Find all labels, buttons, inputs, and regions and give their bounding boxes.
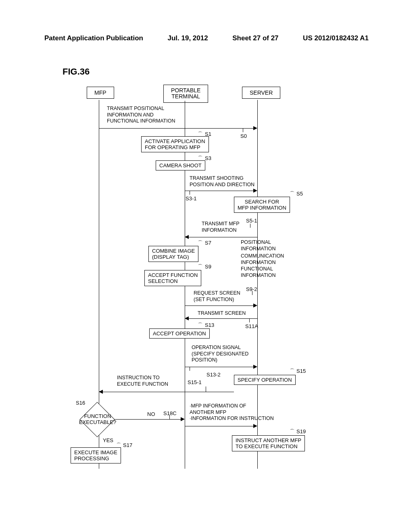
decision-text-s16: FUNCTION EXECUTABLE? — [77, 413, 118, 425]
arrow-transmit-pos — [99, 128, 253, 129]
header-mfp: MFP — [87, 87, 114, 99]
label-transmit-mfp: TRANSMIT MFP INFORMATION — [202, 221, 240, 233]
curve-s5: ⌒ — [290, 190, 295, 197]
box-accept-op: ACCEPT OPERATION — [149, 328, 210, 339]
arrowhead-mfp-info-another — [253, 424, 257, 428]
step-s3: S3 — [205, 155, 211, 161]
tick-s5-1 — [250, 224, 250, 228]
figure-label: FIG.36 — [63, 66, 90, 77]
arrowhead-transmit-screen — [185, 316, 189, 320]
step-s5-1: S5-1 — [246, 218, 257, 224]
arrow-transmit-mfp — [189, 237, 257, 237]
label-transmit-pos: TRANSMIT POSITIONAL INFORMATION AND FUNC… — [107, 106, 175, 125]
step-s13: S13 — [205, 322, 214, 328]
tick-s9-2 — [252, 291, 252, 295]
arrow-transmit-shoot — [185, 191, 253, 191]
step-s11a: S11A — [245, 323, 258, 329]
step-s5: S5 — [296, 191, 303, 197]
sequence-diagram: MFP PORTABLE TERMINAL SERVER TRANSMIT PO… — [69, 85, 343, 472]
step-s9: S9 — [205, 264, 211, 270]
label-instruction-exec: INSTRUCTION TO EXECUTE FUNCTION — [117, 375, 168, 387]
header-server: SERVER — [242, 87, 280, 99]
step-s3-1: S3-1 — [186, 195, 196, 202]
box-camera-shoot: CAMERA SHOOT — [156, 160, 205, 170]
tick-s13-2 — [190, 367, 190, 371]
step-s0: S0 — [240, 133, 247, 139]
curve-s9: ⌒ — [198, 263, 203, 270]
tick-s11a — [249, 318, 250, 322]
label-op-signal: OPERATION SIGNAL (SPECIFY DESIGNATED POS… — [192, 345, 248, 364]
step-s17: S17 — [123, 442, 132, 448]
arrowhead-no-branch — [181, 417, 185, 421]
step-no: NO — [147, 411, 155, 417]
curve-s15: ⌒ — [290, 368, 295, 375]
header-sheet: Sheet 27 of 27 — [232, 34, 278, 42]
box-activate-app: ACTIVATE APPLICATION FOR OPERATING MFP — [141, 136, 209, 152]
curve-s19: ⌒ — [290, 428, 295, 435]
header-pubno: US 2012/0182432 A1 — [303, 34, 369, 42]
tick-s18c — [169, 415, 170, 419]
step-s18c: S18C — [163, 410, 177, 416]
arrowhead-op-signal — [253, 365, 257, 369]
tick-s3-1 — [190, 191, 190, 195]
label-transmit-screen: TRANSMIT SCREEN — [198, 310, 246, 317]
step-s13-2: S13-2 — [206, 372, 221, 378]
tick-s0 — [243, 128, 243, 132]
arrowhead-request-screen — [253, 303, 257, 308]
box-specify-op: SPECIFY OPERATION — [234, 375, 296, 385]
page-header: Patent Application Publication Jul. 19, … — [0, 34, 413, 42]
step-s16: S16 — [76, 400, 85, 406]
step-s9-2: S9-2 — [246, 286, 257, 292]
curve-s13: ⌒ — [198, 322, 203, 329]
arrow-request-screen — [185, 305, 253, 306]
label-transmit-shoot: TRANSMIT SHOOTING POSITION AND DIRECTION — [190, 175, 254, 188]
label-mfp-info-another: ·MFP INFORMATION OF ANOTHER MFP ·INFORMA… — [190, 403, 274, 422]
box-instruct-another: INSTRUCT ANOTHER MFP TO EXECUTE FUNCTION — [232, 435, 305, 451]
label-func-info: FUNCTIONAL INFORMATION — [241, 266, 276, 278]
arrowhead-instruction-exec — [99, 390, 103, 394]
box-accept-func: ACCEPT FUNCTION SELECTION — [144, 270, 201, 286]
arrow-mfp-info-another — [185, 426, 253, 426]
label-comm-info: COMMUNICATION INFORMATION — [241, 253, 284, 266]
arrow-op-signal — [185, 367, 253, 367]
step-s19: S19 — [296, 428, 306, 434]
step-s7: S7 — [205, 240, 211, 246]
header-left: Patent Application Publication — [44, 34, 143, 42]
step-s15-1: S15-1 — [188, 379, 202, 385]
page: Patent Application Publication Jul. 19, … — [0, 0, 413, 532]
label-request-screen: REQUEST SCREEN (SET FUNCTION) — [194, 290, 240, 303]
arrow-transmit-screen — [189, 318, 257, 319]
arrow-instruction-exec — [103, 392, 234, 392]
header-portable: PORTABLE TERMINAL — [163, 85, 208, 103]
box-combine: COMBINE IMAGE (DISPLAY TAG) — [148, 246, 198, 262]
box-search-mfp: SEARCH FOR MFP INFORMATION — [234, 197, 290, 213]
step-yes: YES — [103, 437, 113, 443]
header-date: Jul. 19, 2012 — [168, 34, 208, 42]
label-positional-info: POSITIONAL INFORMATION — [241, 239, 276, 252]
step-s15: S15 — [296, 368, 306, 374]
arrowhead-transmit-pos — [253, 126, 257, 130]
arrowhead-transmit-shoot — [253, 189, 257, 193]
box-execute-image: EXECUTE IMAGE PROCESSING — [71, 447, 121, 463]
tick-s15-1 — [206, 387, 206, 392]
arrow-no-branch — [114, 419, 183, 420]
arrowhead-transmit-mfp — [185, 235, 189, 239]
yes-line — [99, 436, 99, 447]
